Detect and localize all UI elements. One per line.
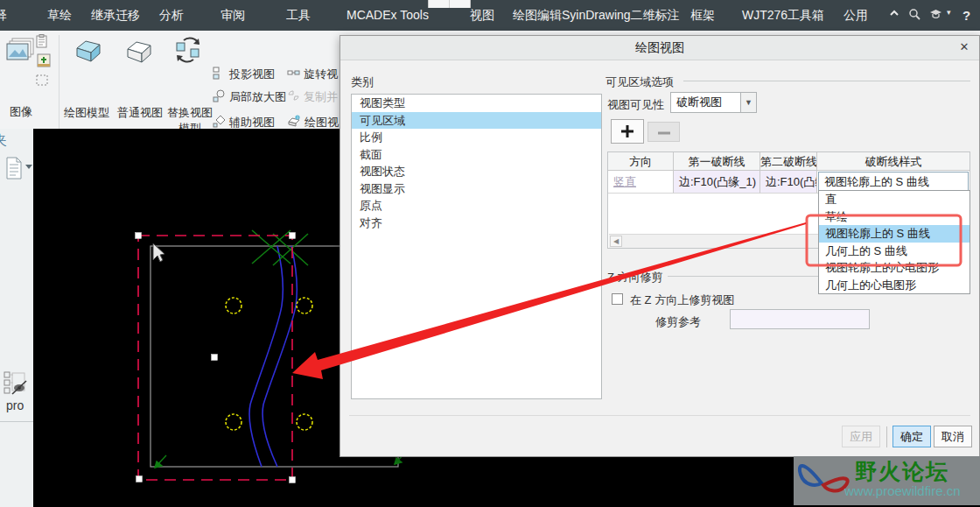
breakline-style-select[interactable]: 视图轮廓上的 S 曲线 <box>818 172 969 191</box>
document-tree-icon[interactable] <box>4 157 24 183</box>
apply-button[interactable]: 应用 <box>842 426 880 447</box>
forum-watermark: 野火论坛 www.proewildfire.cn <box>794 456 980 505</box>
image-thumbnail-icon[interactable] <box>37 53 51 71</box>
drawing-model-button[interactable]: 绘图模型 <box>60 105 114 121</box>
revolved-view-icon <box>287 67 300 82</box>
dropdown-option[interactable]: 几何上的心电图形 <box>819 277 970 294</box>
column-header: 第一破断线 <box>674 152 760 171</box>
ribbon-tab-sketch[interactable]: 草绘 <box>47 0 72 31</box>
ribbon-tab-drawing-edit[interactable]: 绘图编辑SyinDrawing二维标注 <box>513 0 680 31</box>
column-header: 破断线样式 <box>817 152 970 171</box>
quick-access-notch <box>428 0 471 8</box>
breakline-style-dropdown: 直 草绘 视图轮廓上的 S 曲线 几何上的 S 曲线 视图轮廓上的心电图形 几何… <box>818 190 970 294</box>
collapse-ribbon-icon[interactable] <box>889 8 900 21</box>
ribbon-tab-bar: 释 草绘 继承迁移 分析 审阅 工具 MCADEx Tools 视图 绘图编辑S… <box>0 0 980 31</box>
watermark-title: 野火论坛 <box>855 457 949 486</box>
copy-align-button[interactable]: 复制并 <box>287 89 338 105</box>
view-visibility-select[interactable]: 破断视图 <box>670 92 741 113</box>
category-item[interactable]: 截面 <box>352 146 601 164</box>
footer-rule <box>349 415 970 416</box>
category-item[interactable]: 视图状态 <box>352 163 601 180</box>
first-breakline-cell[interactable]: 边:F10(凸缘_1) <box>674 171 760 194</box>
hole-circles <box>226 298 312 430</box>
column-header: 方向 <box>608 152 674 171</box>
direction-cell[interactable]: 竖直 <box>608 171 674 194</box>
sidebar-folder-tab[interactable]: 夹 <box>0 132 7 149</box>
chevron-down-icon[interactable] <box>25 165 32 169</box>
dropdown-option[interactable]: 视图轮廓上的心电图形 <box>819 259 970 277</box>
category-item-selected[interactable]: 可见区域 <box>352 112 601 130</box>
z-clip-checkbox[interactable] <box>612 293 623 305</box>
ribbon-tab-analysis[interactable]: 分析 <box>159 0 184 31</box>
column-header: 第二破断线 <box>760 152 817 171</box>
drawing-model-icon[interactable] <box>72 38 103 67</box>
category-listbox: 视图类型 可见区域 比例 截面 视图状态 视图显示 原点 对齐 <box>351 94 602 399</box>
revolved-view-button[interactable]: 旋转视 <box>287 67 338 82</box>
replace-view-model-icon[interactable] <box>173 35 203 68</box>
dropdown-option[interactable]: 草绘 <box>819 208 970 226</box>
cancel-button[interactable]: 取消 <box>934 426 972 447</box>
left-sidebar: 夹 pro <box>0 129 33 507</box>
ribbon-tab-common[interactable]: 公用 <box>844 0 868 31</box>
detail-view-icon <box>213 89 226 105</box>
projection-view-button[interactable]: 投影视图 <box>213 67 275 82</box>
button-separator <box>886 426 887 447</box>
chevron-down-icon[interactable]: ▾ <box>947 8 951 17</box>
category-item[interactable]: 视图类型 <box>352 95 601 112</box>
section-rule <box>683 81 970 81</box>
layer-visibility-icon[interactable] <box>3 370 29 400</box>
break-line-curves <box>249 246 297 467</box>
image-gallery-icon[interactable] <box>5 38 37 67</box>
ok-button[interactable]: 确定 <box>892 426 931 447</box>
learning-connector-icon[interactable] <box>929 8 942 22</box>
copy-align-icon <box>287 89 300 105</box>
pro-panel-label[interactable]: pro <box>6 398 24 412</box>
category-label: 类别 <box>351 74 374 90</box>
dropdown-option-selected[interactable]: 视图轮廓上的 S 曲线 <box>819 225 970 243</box>
chevron-down-icon[interactable]: ▼ <box>740 92 757 113</box>
svg-text:i: i <box>298 116 298 120</box>
app-window: 释 草绘 继承迁移 分析 审阅 工具 MCADEx Tools 视图 绘图编辑S… <box>0 0 980 507</box>
ribbon-tab-partial[interactable]: 释 <box>0 0 7 31</box>
category-item[interactable]: 比例 <box>352 129 601 146</box>
paste-icon[interactable] <box>35 34 50 53</box>
ribbon-tab-legacy-migration[interactable]: 继承迁移 <box>91 0 140 31</box>
second-breakline-cell[interactable]: 边:F10(凸缘_1) <box>760 171 817 194</box>
view-visibility-label: 视图可见性 <box>607 97 664 113</box>
remove-breakline-button[interactable] <box>648 122 680 142</box>
watermark-url: www.proewildfire.cn <box>844 483 961 498</box>
ribbon-tab-frame[interactable]: 框架 <box>690 0 715 31</box>
dialog-title: 绘图视图 <box>340 36 979 60</box>
ribbon-tab-wjt276-toolbox[interactable]: WJT276工具箱 <box>742 0 824 31</box>
category-item[interactable]: 视图显示 <box>352 180 601 198</box>
general-view-button[interactable]: 普通视图 <box>113 105 167 121</box>
ribbon-tab-view[interactable]: 视图 <box>470 0 494 31</box>
scroll-left-icon[interactable]: ◀ <box>610 236 622 247</box>
image-button[interactable]: 图像 <box>5 104 37 120</box>
selection-handles[interactable] <box>136 233 296 483</box>
z-clip-checkbox-label: 在 Z 方向上修剪视图 <box>630 292 734 308</box>
ribbon-tab-tools[interactable]: 工具 <box>286 0 311 31</box>
dropdown-option[interactable]: 几何上的 S 曲线 <box>819 243 970 260</box>
general-view-icon[interactable] <box>122 39 154 68</box>
close-icon[interactable]: ✕ <box>956 39 972 55</box>
help-icon[interactable]: ? <box>962 8 970 23</box>
ribbon-tab-mcadex[interactable]: MCADEx Tools <box>346 0 429 31</box>
add-breakline-button[interactable] <box>611 119 644 144</box>
sidebar-divider <box>0 421 33 422</box>
z-clip-section-label: Z 方向修剪 <box>607 270 663 285</box>
replace-view-label-1: 替换视图 <box>163 105 217 121</box>
ribbon-tab-review[interactable]: 审阅 <box>220 0 245 31</box>
search-icon[interactable] <box>908 8 920 23</box>
category-item[interactable]: 原点 <box>352 197 601 215</box>
visible-area-section-label: 可见区域选项 <box>606 74 674 90</box>
clip-ref-input[interactable] <box>730 309 870 329</box>
projection-view-icon <box>213 67 226 82</box>
clip-ref-label: 修剪参考 <box>655 314 701 330</box>
selection-box-icon[interactable] <box>35 73 50 91</box>
dropdown-option[interactable]: 直 <box>819 191 970 208</box>
category-item[interactable]: 对齐 <box>352 215 601 232</box>
detail-view-button[interactable]: 局部放大图 <box>213 89 286 105</box>
